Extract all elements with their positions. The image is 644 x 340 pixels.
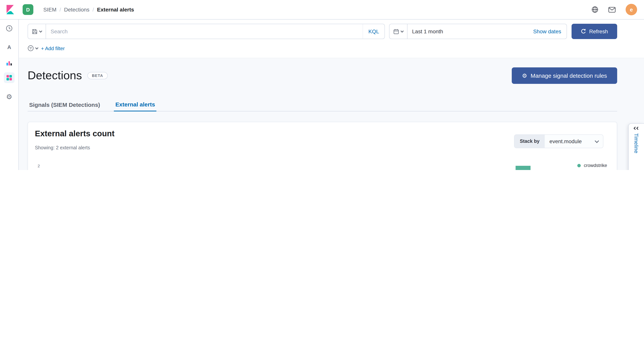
recently-viewed-icon[interactable] bbox=[0, 23, 18, 34]
legend-dot-icon bbox=[577, 164, 581, 167]
filter-bar: + Add filter bbox=[28, 44, 65, 52]
siem-app-icon[interactable] bbox=[4, 72, 14, 83]
kql-toggle-button[interactable]: KQL bbox=[363, 24, 384, 39]
timeline-label: Timeline bbox=[633, 133, 640, 153]
query-bar-section: KQL Last 1 month Show dates bbox=[18, 19, 644, 58]
manage-signal-detection-rules-button[interactable]: ⚙ Manage signal detection rules bbox=[512, 67, 617, 84]
alerts-count-chart: 00.20.40.60.811.21.41.61.822020-01-23202… bbox=[28, 122, 617, 170]
breadcrumb-siem[interactable]: SIEM bbox=[43, 6, 61, 13]
chevron-down-icon bbox=[35, 46, 38, 49]
gear-icon: ⚙ bbox=[522, 72, 527, 79]
calendar-icon bbox=[393, 28, 399, 34]
visualize-app-icon[interactable] bbox=[0, 57, 18, 68]
chart-bar bbox=[516, 166, 530, 170]
breadcrumb-current: External alerts bbox=[97, 6, 134, 13]
chevron-down-icon bbox=[39, 29, 42, 32]
search-input[interactable] bbox=[46, 24, 363, 39]
breadcrumb: SIEM Detections External alerts bbox=[43, 6, 137, 13]
left-nav-sidebar: A ⚙ bbox=[0, 19, 19, 170]
management-gear-icon[interactable]: ⚙ bbox=[0, 92, 18, 102]
y-axis-tick-label: 2 bbox=[28, 164, 40, 168]
kibana-logo-icon[interactable] bbox=[5, 4, 15, 14]
help-icon[interactable] bbox=[592, 6, 598, 13]
double-chevron-left-icon bbox=[634, 128, 639, 129]
kibana-siem-app: D SIEM Detections External alerts e bbox=[0, 0, 644, 170]
page-title: Detections bbox=[28, 68, 82, 83]
refresh-button[interactable]: Refresh bbox=[572, 24, 617, 39]
legend-label: crowdstrike bbox=[584, 163, 607, 168]
date-picker: Last 1 month Show dates bbox=[389, 24, 567, 39]
user-avatar[interactable]: e bbox=[626, 4, 637, 15]
filter-options-icon[interactable] bbox=[28, 45, 38, 51]
timeline-flyout-button[interactable]: Timeline bbox=[628, 123, 644, 170]
quick-select-calendar-button[interactable] bbox=[390, 24, 408, 39]
external-alerts-count-panel: External alerts count Showing: 2 externa… bbox=[28, 122, 617, 170]
header-actions: e bbox=[592, 4, 644, 15]
newsfeed-icon[interactable] bbox=[608, 7, 616, 12]
space-badge[interactable]: D bbox=[22, 4, 33, 15]
page-header: Detections BETA bbox=[28, 68, 108, 83]
show-dates-button[interactable]: Show dates bbox=[528, 24, 566, 39]
top-header: D SIEM Detections External alerts e bbox=[0, 0, 644, 19]
save-icon bbox=[32, 28, 38, 34]
time-range-value[interactable]: Last 1 month bbox=[408, 24, 448, 39]
detections-tabs: Signals (SIEM Detections) External alert… bbox=[28, 98, 617, 111]
sidebar-app-a[interactable]: A bbox=[0, 42, 18, 52]
chart-legend: crowdstrike bbox=[577, 163, 607, 168]
saved-query-menu-button[interactable] bbox=[28, 24, 46, 39]
tab-external-alerts[interactable]: External alerts bbox=[114, 98, 156, 111]
refresh-icon bbox=[581, 29, 586, 34]
add-filter-button[interactable]: + Add filter bbox=[41, 45, 65, 51]
beta-badge: BETA bbox=[88, 72, 108, 79]
search-bar: KQL bbox=[28, 24, 385, 39]
chevron-down-icon bbox=[400, 29, 404, 32]
main-content: KQL Last 1 month Show dates bbox=[18, 19, 644, 170]
y-axis-tick-label: 1.8 bbox=[28, 169, 40, 170]
tab-signals[interactable]: Signals (SIEM Detections) bbox=[28, 98, 102, 111]
breadcrumb-detections[interactable]: Detections bbox=[64, 6, 94, 13]
